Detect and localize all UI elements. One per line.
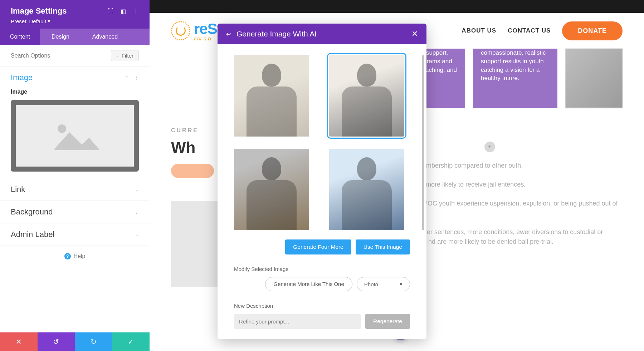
section-background-title: Background bbox=[11, 207, 53, 217]
section-admin-label-title: Admin Label bbox=[11, 230, 54, 239]
section-image: Image ⌃ ⋮ Image bbox=[0, 66, 150, 178]
generated-image-3[interactable] bbox=[234, 149, 309, 230]
section-more-icon[interactable]: ⋮ bbox=[134, 75, 139, 80]
info-image bbox=[565, 49, 623, 108]
nav-contact[interactable]: CONTACT US bbox=[508, 27, 551, 34]
settings-sidebar: Image Settings ⛶ ◧ ⋮ Preset: Default ▾ C… bbox=[0, 0, 150, 351]
generate-four-more-button[interactable]: Generate Four More bbox=[285, 239, 351, 254]
filter-button[interactable]: + Filter bbox=[111, 50, 139, 61]
layout-icon[interactable]: ◧ bbox=[121, 8, 126, 15]
cta-button[interactable] bbox=[171, 164, 214, 178]
generated-image-4[interactable] bbox=[329, 149, 404, 230]
chevron-down-icon: ▾ bbox=[48, 18, 50, 24]
info-card-2: compassionate, realistic support results… bbox=[473, 49, 557, 108]
section-image-header[interactable]: Image ⌃ ⋮ bbox=[11, 73, 139, 82]
svg-marker-1 bbox=[53, 132, 100, 150]
placeholder-image-icon bbox=[50, 118, 100, 154]
refine-prompt-input[interactable] bbox=[234, 314, 361, 329]
chevron-up-icon: ⌃ bbox=[125, 75, 129, 80]
undo-button[interactable]: ↺ bbox=[38, 332, 75, 351]
tab-content[interactable]: Content bbox=[0, 29, 40, 45]
style-value: Photo bbox=[364, 281, 378, 287]
site-topbar bbox=[150, 0, 644, 13]
tab-design[interactable]: Design bbox=[40, 29, 81, 45]
donate-button[interactable]: DONATE bbox=[562, 21, 623, 40]
image-field-label: Image bbox=[11, 89, 139, 95]
style-dropdown[interactable]: Photo ▾ bbox=[357, 277, 410, 291]
chevron-down-icon: ⌄ bbox=[135, 209, 139, 215]
modal-title: Generate Image With AI bbox=[236, 30, 317, 38]
chevron-down-icon: ▾ bbox=[400, 281, 402, 287]
regenerate-button[interactable]: Regenerate bbox=[365, 314, 410, 329]
generated-images-grid bbox=[234, 55, 410, 230]
section-background[interactable]: Background ⌄ bbox=[0, 201, 150, 223]
sidebar-title: Image Settings bbox=[11, 6, 67, 16]
search-input[interactable] bbox=[11, 53, 111, 59]
preset-value: Default bbox=[29, 18, 47, 24]
add-section-button[interactable]: + bbox=[484, 142, 495, 152]
generated-image-1[interactable] bbox=[234, 55, 309, 137]
settings-tabs: Content Design Advanced bbox=[0, 29, 150, 45]
image-uploader[interactable] bbox=[11, 100, 139, 172]
ai-image-modal: ↩ Generate Image With AI ✕ Generate Four… bbox=[218, 24, 426, 339]
chevron-down-icon: ⌄ bbox=[135, 187, 139, 192]
tab-advanced[interactable]: Advanced bbox=[81, 29, 129, 45]
section-image-title: Image bbox=[11, 73, 33, 82]
redo-button[interactable]: ↻ bbox=[75, 332, 112, 351]
focus-icon[interactable]: ⛶ bbox=[108, 8, 113, 15]
new-description-label: New Description bbox=[234, 303, 410, 309]
generate-more-like-button[interactable]: Generate More Like This One bbox=[265, 277, 352, 291]
more-icon[interactable]: ⋮ bbox=[133, 8, 139, 15]
section-admin-label[interactable]: Admin Label ⌄ bbox=[0, 223, 150, 246]
close-icon[interactable]: ✕ bbox=[411, 29, 418, 39]
preset-label: Preset: bbox=[11, 18, 28, 24]
cancel-button[interactable]: ✕ bbox=[0, 332, 38, 351]
logo-icon bbox=[171, 21, 190, 40]
chevron-down-icon: ⌄ bbox=[135, 232, 139, 237]
nav-about[interactable]: ABOUT US bbox=[462, 27, 496, 34]
svg-point-0 bbox=[58, 124, 66, 133]
save-button[interactable]: ✓ bbox=[112, 332, 150, 351]
generated-image-2[interactable] bbox=[329, 55, 404, 137]
filter-label: Filter bbox=[122, 53, 133, 59]
preset-selector[interactable]: Preset: Default ▾ bbox=[11, 18, 139, 24]
back-icon[interactable]: ↩ bbox=[226, 31, 231, 38]
section-link[interactable]: Link ⌄ bbox=[0, 178, 150, 201]
use-this-image-button[interactable]: Use This Image bbox=[356, 239, 410, 254]
help-icon: ? bbox=[64, 253, 71, 259]
section-link-title: Link bbox=[11, 185, 25, 194]
modal-header: ↩ Generate Image With AI ✕ bbox=[218, 24, 426, 44]
sidebar-header: Image Settings ⛶ ◧ ⋮ Preset: Default ▾ bbox=[0, 0, 150, 29]
help-link[interactable]: ? Help bbox=[0, 246, 150, 267]
bottom-actions: ✕ ↺ ↻ ✓ bbox=[0, 332, 150, 351]
plus-icon: + bbox=[116, 53, 119, 59]
help-label: Help bbox=[74, 253, 86, 259]
scrollbar[interactable] bbox=[422, 55, 424, 230]
modify-label: Modify Selected Image bbox=[234, 266, 410, 272]
